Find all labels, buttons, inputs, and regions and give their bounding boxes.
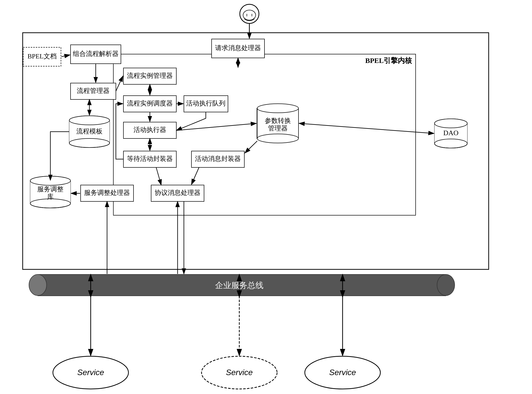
svg-point-76 xyxy=(202,356,277,389)
svg-text:Service: Service xyxy=(77,368,104,377)
svg-point-46 xyxy=(69,116,110,125)
svg-text:库: 库 xyxy=(47,193,54,200)
svg-point-31 xyxy=(257,104,298,113)
svg-rect-22 xyxy=(123,68,176,84)
svg-rect-16 xyxy=(71,45,121,64)
svg-text:活动执行器: 活动执行器 xyxy=(134,126,166,133)
svg-point-41 xyxy=(69,116,110,125)
svg-text:流程实例调度器: 流程实例调度器 xyxy=(127,100,173,107)
svg-point-57 xyxy=(30,199,71,208)
svg-rect-45 xyxy=(69,120,110,143)
svg-text:等待活动封装器: 等待活动封装器 xyxy=(127,155,173,162)
svg-text:活动消息封装器: 活动消息封装器 xyxy=(195,155,241,162)
svg-text:DAO: DAO xyxy=(443,129,459,137)
svg-point-42 xyxy=(69,138,110,148)
svg-rect-24 xyxy=(123,96,176,112)
svg-rect-20 xyxy=(71,83,116,99)
svg-point-10 xyxy=(243,10,256,20)
svg-text:组合流程解析器: 组合流程解析器 xyxy=(73,50,119,57)
svg-rect-28 xyxy=(123,122,176,138)
svg-text:流程管理器: 流程管理器 xyxy=(77,87,110,94)
svg-rect-58 xyxy=(81,185,134,201)
svg-point-63 xyxy=(435,139,467,148)
svg-line-92 xyxy=(299,123,434,133)
svg-rect-37 xyxy=(123,151,176,167)
svg-rect-30 xyxy=(257,108,298,138)
svg-text:管理器: 管理器 xyxy=(268,125,288,132)
svg-rect-14 xyxy=(23,47,61,66)
svg-line-91 xyxy=(245,141,257,153)
svg-point-62 xyxy=(435,119,467,128)
svg-point-32 xyxy=(257,134,298,143)
svg-point-67 xyxy=(435,119,467,128)
svg-text:企业服务总线: 企业服务总线 xyxy=(215,281,263,290)
svg-text:BPEL引擎内核: BPEL引擎内核 xyxy=(365,57,412,64)
svg-line-84 xyxy=(116,76,123,91)
svg-text:Service: Service xyxy=(226,368,253,377)
svg-line-93 xyxy=(156,167,161,185)
svg-line-80 xyxy=(61,55,70,57)
svg-rect-6 xyxy=(23,33,489,269)
svg-rect-18 xyxy=(212,39,264,58)
svg-text:活动执行队列: 活动执行队列 xyxy=(186,100,225,107)
svg-text:流程模板: 流程模板 xyxy=(76,128,103,135)
svg-text:BPEL文档: BPEL文档 xyxy=(27,53,57,60)
svg-rect-53 xyxy=(30,181,71,203)
svg-point-74 xyxy=(53,356,128,389)
diagram-container: BPEL引擎内核 BPEL文档 组合流程解析器 请求消息处理器 流程管理器 流程… xyxy=(0,0,532,394)
svg-rect-60 xyxy=(151,185,204,201)
svg-text:服务调整处理器: 服务调整处理器 xyxy=(84,189,130,196)
svg-point-50 xyxy=(30,199,71,208)
svg-line-94 xyxy=(191,167,199,185)
svg-rect-26 xyxy=(184,96,228,112)
svg-text:服务调整: 服务调整 xyxy=(37,186,63,193)
svg-point-71 xyxy=(29,274,47,296)
svg-text:Service: Service xyxy=(329,368,356,377)
svg-text:参数转换: 参数转换 xyxy=(265,117,291,124)
svg-text:请求消息处理器: 请求消息处理器 xyxy=(215,44,261,52)
arrows-svg: BPEL引擎内核 BPEL文档 组合流程解析器 请求消息处理器 流程管理器 流程… xyxy=(0,0,532,394)
svg-rect-66 xyxy=(435,123,467,144)
svg-point-78 xyxy=(305,356,380,389)
svg-text:流程实例管理器: 流程实例管理器 xyxy=(127,72,173,79)
svg-point-48 xyxy=(69,138,110,148)
svg-point-49 xyxy=(30,176,71,185)
svg-line-90 xyxy=(176,123,256,130)
svg-rect-7 xyxy=(113,54,416,215)
svg-text:协议消息处理器: 协议消息处理器 xyxy=(155,189,201,196)
svg-point-9 xyxy=(240,4,259,23)
svg-point-54 xyxy=(30,176,71,185)
svg-point-72 xyxy=(437,274,455,296)
svg-rect-39 xyxy=(191,151,244,167)
svg-point-69 xyxy=(435,139,467,148)
svg-rect-70 xyxy=(38,274,446,296)
